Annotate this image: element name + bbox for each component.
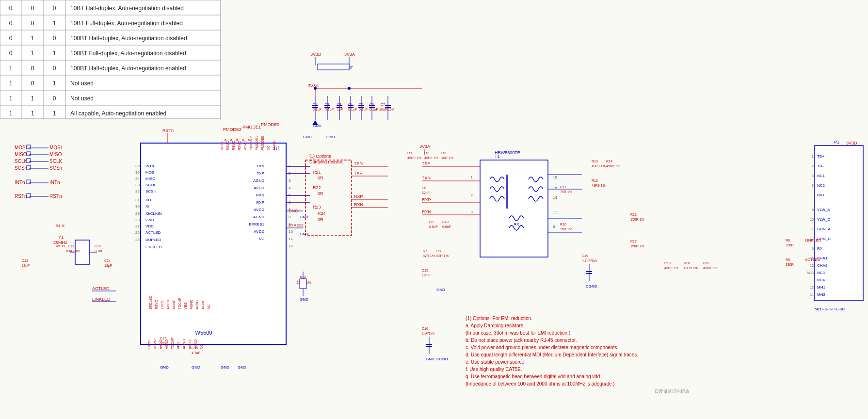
- svg-text:0: 0: [53, 65, 56, 72]
- svg-text:W5500: W5500: [195, 330, 212, 336]
- svg-text:0.1uF: 0.1uF: [348, 108, 357, 111]
- svg-text:3V3A: 3V3A: [308, 83, 319, 88]
- svg-text:XO: XO: [145, 198, 151, 202]
- svg-text:1: 1: [9, 80, 13, 87]
- svg-text:R16: R16: [630, 213, 637, 216]
- svg-text:22nF: 22nF: [422, 191, 430, 194]
- svg-text:0R: 0R: [61, 244, 65, 248]
- svg-text:P1: P1: [834, 140, 839, 145]
- svg-point-400: [348, 87, 351, 90]
- svg-text:ACTLED: ACTLED: [145, 230, 161, 235]
- svg-text:RSVO: RSVO: [153, 339, 157, 349]
- svg-text:CGND: CGND: [586, 284, 597, 289]
- svg-text:GND: GND: [300, 297, 308, 302]
- svg-text:R24: R24: [318, 211, 326, 216]
- svg-text:AVDD: AVDD: [254, 208, 264, 212]
- svg-text:AGND: AGND: [273, 141, 276, 150]
- svg-text:10: 10: [289, 229, 293, 234]
- svg-text:EXRES1: EXRES1: [289, 223, 304, 227]
- svg-text:1: 1: [31, 50, 34, 57]
- svg-text:31: 31: [135, 198, 140, 202]
- svg-text:3V3D: 3V3D: [310, 52, 321, 57]
- svg-text:RSTn: RSTn: [15, 193, 27, 199]
- svg-text:R4: R4: [56, 224, 60, 227]
- svg-rect-175: [815, 145, 863, 301]
- svg-text:1: 1: [9, 110, 13, 117]
- svg-text:GRN_A: GRN_A: [817, 227, 831, 231]
- svg-text:MISO: MISO: [15, 152, 27, 157]
- svg-text:R8: R8: [786, 239, 790, 242]
- svg-text:PMODE0: PMODE0: [261, 122, 279, 127]
- svg-text:NC: NC: [200, 344, 203, 349]
- svg-text:10nF: 10nF: [160, 341, 168, 345]
- svg-text:49R9 1%: 49R9 1%: [407, 156, 421, 160]
- svg-text:NC1: NC1: [817, 174, 825, 178]
- svg-text:49R9 1%: 49R9 1%: [424, 156, 438, 160]
- svg-text:Y1: Y1: [58, 235, 64, 240]
- svg-text:1: 1: [812, 155, 814, 158]
- svg-text:TD+: TD+: [817, 154, 825, 159]
- svg-text:4: 4: [289, 186, 291, 190]
- svg-text:1: 1: [53, 50, 56, 57]
- svg-text:AGND: AGND: [201, 300, 205, 309]
- svg-text:10R 1%: 10R 1%: [441, 156, 453, 160]
- svg-text:HRW5500TE: HRW5500TE: [495, 150, 520, 155]
- svg-text:R22: R22: [313, 185, 321, 190]
- svg-text:NC: NC: [267, 145, 270, 150]
- svg-text:75R 1%: 75R 1%: [560, 227, 572, 231]
- svg-text:82R 1%: 82R 1%: [436, 254, 449, 258]
- svg-text:RSTn: RSTn: [49, 193, 62, 199]
- svg-text:INTn: INTn: [15, 180, 25, 185]
- svg-text:35: 35: [135, 170, 140, 175]
- svg-text:SCLK: SCLK: [145, 183, 156, 187]
- svg-text:1uF: 1uF: [337, 108, 343, 111]
- svg-text:10uF/16V: 10uF/16V: [65, 249, 80, 253]
- svg-text:(Impedance of between 100 and : (Impedance of between 100 and 2000 ohms …: [466, 381, 614, 387]
- svg-text:AVDD: AVDD: [254, 229, 264, 234]
- svg-text:82R 1%: 82R 1%: [423, 254, 435, 258]
- svg-text:R20: R20: [684, 261, 690, 265]
- svg-text:MH1: MH1: [817, 285, 825, 290]
- svg-text:MOSI: MOSI: [49, 145, 62, 150]
- svg-text:AVDD: AVDD: [188, 340, 192, 349]
- svg-text:INTn: INTn: [49, 180, 60, 185]
- svg-text:36: 36: [135, 164, 140, 168]
- svg-text:100BT Half-duplex, Auto-negoti: 100BT Half-duplex, Auto-negotiation enab…: [70, 65, 186, 72]
- svg-text:0: 0: [9, 5, 13, 12]
- svg-text:75R 1%: 75R 1%: [560, 190, 572, 193]
- svg-text:GND: GND: [221, 365, 229, 370]
- svg-text:TD-: TD-: [817, 164, 824, 168]
- svg-text:16: 16: [553, 175, 557, 179]
- svg-text:0.1uF: 0.1uF: [359, 108, 368, 111]
- svg-text:6.8nF: 6.8nF: [442, 225, 451, 228]
- svg-text:×: ×: [230, 137, 233, 143]
- svg-text:Damping resistor.: Damping resistor.: [309, 160, 343, 164]
- svg-text:C13: C13: [22, 259, 28, 262]
- svg-text:3: 3: [812, 184, 814, 187]
- svg-text:49R9 1%: 49R9 1%: [664, 266, 678, 270]
- svg-text:×: ×: [241, 137, 244, 143]
- svg-text:e. Use stable power source.: e. Use stable power source.: [466, 359, 526, 365]
- svg-text:0.1uF: 0.1uF: [313, 108, 321, 111]
- svg-text:CGND: CGND: [436, 357, 448, 361]
- svg-text:R13: R13: [592, 160, 598, 163]
- svg-text:15: 15: [553, 186, 557, 190]
- svg-text:10BT Full-duplex, Auto-negotia: 10BT Full-duplex, Auto-negotiation disab…: [70, 20, 183, 27]
- svg-text:0R: 0R: [318, 176, 323, 180]
- svg-text:11: 11: [810, 227, 814, 231]
- svg-text:16: 16: [810, 264, 814, 267]
- svg-text:GND: GND: [300, 232, 308, 236]
- svg-text:18pF: 18pF: [104, 264, 112, 268]
- svg-text:YLW_C: YLW_C: [817, 217, 830, 222]
- svg-text:330R: 330R: [786, 263, 794, 266]
- svg-text:R7: R7: [423, 249, 427, 253]
- svg-text:GND: GND: [300, 215, 308, 219]
- svg-text:0R: 0R: [318, 217, 323, 222]
- svg-text:PMODE2: PMODE2: [223, 127, 241, 132]
- svg-text:RSTn: RSTn: [220, 142, 224, 150]
- svg-text:LINKLED: LINKLED: [805, 238, 821, 242]
- svg-text:RXN: RXN: [256, 193, 264, 197]
- svg-text:AGND: AGND: [253, 178, 264, 183]
- svg-text:CHA2: CHA2: [817, 263, 828, 268]
- svg-text:×: ×: [224, 137, 227, 143]
